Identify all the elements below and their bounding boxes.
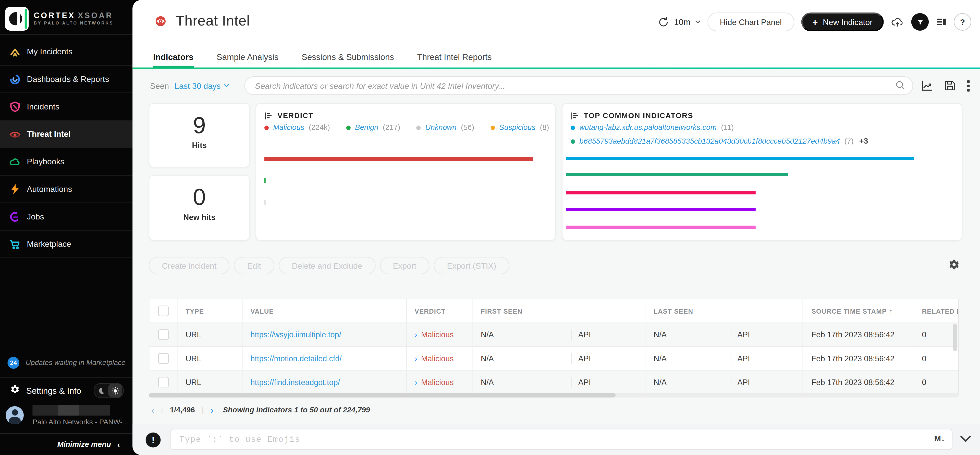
account-row[interactable]: Palo Alto Networks - PANW-... <box>0 404 132 429</box>
indicator-link[interactable]: wutang-labz.xdr.us.paloaltonetworks.com <box>579 123 717 132</box>
minimize-menu[interactable]: Minimize menu ‹ <box>0 433 132 455</box>
row-checkbox[interactable] <box>158 377 169 388</box>
chevrons-up-icon <box>9 45 21 58</box>
more-indicators-badge[interactable]: +3 <box>859 137 868 145</box>
col-last-seen[interactable]: LAST SEEN <box>646 299 803 323</box>
table-settings-gear-icon[interactable] <box>948 259 960 271</box>
markdown-icon[interactable]: M↓ <box>934 434 945 443</box>
col-verdict[interactable]: VERDICT <box>407 299 473 323</box>
alert-exclamation-icon[interactable]: ! <box>146 433 161 448</box>
verdict-badge: Malicious <box>421 378 454 387</box>
hide-chart-panel-button[interactable]: Hide Chart Panel <box>708 13 794 31</box>
dashboard-rings-icon <box>9 73 21 85</box>
help-icon[interactable]: ? <box>954 13 971 30</box>
next-page-icon[interactable]: › <box>210 405 213 415</box>
col-source-time-stamp[interactable]: SOURCE TIME STAMP ↑ <box>803 299 915 323</box>
brand-product: CORTEX <box>34 11 75 20</box>
select-all-checkbox[interactable] <box>158 306 169 317</box>
search-icon[interactable] <box>895 80 906 93</box>
cloud-upload-icon[interactable] <box>891 15 904 29</box>
refresh-interval-dropdown[interactable]: 10m <box>658 16 700 28</box>
collapse-chevron-down-icon[interactable] <box>960 434 971 445</box>
eye-icon <box>9 128 21 140</box>
seen-range-dropdown[interactable]: Last 30 days <box>175 81 229 90</box>
filter-bar: Seen Last 30 days <box>132 68 980 102</box>
sidebar-item-label: Dashboards & Reports <box>27 74 109 84</box>
bar-chart-icon <box>571 111 579 120</box>
save-icon[interactable] <box>944 80 956 92</box>
export-stix-button[interactable]: Export (STIX) <box>434 257 509 275</box>
expand-chevron-icon[interactable]: › <box>415 377 417 387</box>
col-first-seen[interactable]: FIRST SEEN <box>473 299 646 323</box>
pagination: ‹ | 1/4,496 | › Showing indicators 1 to … <box>151 405 370 415</box>
marketplace-updates[interactable]: 24 Updates waiting in Marketplace <box>0 351 132 374</box>
sidebar-item-label: My Incidents <box>27 47 73 56</box>
theme-toggle[interactable] <box>94 383 124 398</box>
new-indicator-button[interactable]: + New Indicator <box>801 13 884 31</box>
delete-exclude-button[interactable]: Delete and Exclude <box>279 257 375 275</box>
tab-indicators[interactable]: Indicators <box>153 52 193 68</box>
table-row[interactable]: URL https://find.insteadgot.top/ ›Malici… <box>149 371 958 394</box>
legend-dot <box>490 125 495 130</box>
table-vertical-scrollbar[interactable] <box>953 324 957 352</box>
brand[interactable]: CORTEXXSOAR BY PALO ALTO NETWORKS <box>0 0 132 32</box>
sidebar-item-threat-intel[interactable]: Threat Intel <box>0 121 132 148</box>
updates-count-badge: 24 <box>7 356 19 369</box>
search-input[interactable] <box>245 76 913 95</box>
row-checkbox[interactable] <box>158 353 169 364</box>
legend-benign[interactable]: Benign <box>355 123 379 132</box>
top-indicator-2: b6855793aebdd821a7f368585335cb132a043d30… <box>571 137 868 145</box>
expand-chevron-icon[interactable]: › <box>415 330 417 339</box>
chevron-down-icon <box>695 20 700 24</box>
sidebar: CORTEXXSOAR BY PALO ALTO NETWORKS My Inc… <box>0 0 132 455</box>
sidebar-item-incidents[interactable]: Incidents <box>0 93 132 121</box>
table-row[interactable]: URL https://motion.detailed.cfd/ ›Malici… <box>149 347 958 371</box>
indicator-value-link[interactable]: https://motion.detailed.cfd/ <box>251 354 342 363</box>
indicator-value-link[interactable]: https://find.insteadgot.top/ <box>251 378 340 387</box>
filter-funnel-icon[interactable] <box>912 13 929 30</box>
export-button[interactable]: Export <box>380 257 430 275</box>
hits-label: Hits <box>149 141 249 150</box>
col-value[interactable]: VALUE <box>243 299 407 323</box>
sidebar-item-marketplace[interactable]: Marketplace <box>0 231 132 258</box>
tab-threat-intel-reports[interactable]: Threat Intel Reports <box>417 52 492 68</box>
create-incident-button[interactable]: Create incident <box>149 257 230 275</box>
bar-chart-icon <box>264 111 272 120</box>
tab-bar: Indicators Sample Analysis Sessions & Su… <box>153 52 492 68</box>
minimize-label: Minimize menu <box>57 440 111 449</box>
user-name-redacted <box>32 405 110 416</box>
sidebar-item-my-incidents[interactable]: My Incidents <box>0 38 132 65</box>
tab-sessions-submissions[interactable]: Sessions & Submissions <box>302 52 394 68</box>
table-horizontal-scrollbar[interactable] <box>149 393 959 397</box>
settings-row[interactable]: Settings & Info <box>0 378 132 403</box>
side-panel-icon[interactable] <box>935 16 947 27</box>
sidebar-item-automations[interactable]: Automations <box>0 175 132 203</box>
expand-chevron-icon[interactable]: › <box>415 354 417 363</box>
sidebar-item-dashboards[interactable]: Dashboards & Reports <box>0 65 132 93</box>
tab-sample-analysis[interactable]: Sample Analysis <box>217 52 279 68</box>
indicator-link[interactable]: b6855793aebdd821a7f368585335cb132a043d30… <box>579 137 840 145</box>
legend-malicious[interactable]: Malicious <box>273 123 304 132</box>
trend-chart-icon[interactable] <box>921 80 933 92</box>
legend-dot <box>417 125 421 130</box>
scrollbar-thumb[interactable] <box>149 393 616 397</box>
sidebar-item-playbooks[interactable]: Playbooks <box>0 148 132 175</box>
col-related-incidents[interactable]: RELATED INC <box>915 299 958 323</box>
shield-icon <box>9 100 21 113</box>
legend-unknown[interactable]: Unknown <box>425 123 457 132</box>
edit-button[interactable]: Edit <box>234 257 274 275</box>
kebab-menu-icon[interactable] <box>967 80 970 92</box>
table-header-row: TYPE VALUE VERDICT FIRST SEEN LAST SEEN … <box>149 299 958 323</box>
divider <box>0 35 132 35</box>
emoji-command-input[interactable] <box>170 429 953 450</box>
indicator-value-link[interactable]: https://wsyjo.iimultiple.top/ <box>251 330 342 339</box>
sidebar-item-jobs[interactable]: Jobs <box>0 203 132 231</box>
chart-panel: 9 Hits 0 New hits VERDICT Malicious (224… <box>149 103 963 242</box>
col-type[interactable]: TYPE <box>178 299 243 323</box>
lightning-icon <box>9 183 21 195</box>
row-checkbox[interactable] <box>158 329 169 340</box>
prev-page-icon[interactable]: ‹ <box>151 405 154 415</box>
table-row[interactable]: URL https://wsyjo.iimultiple.top/ ›Malic… <box>149 323 958 347</box>
chevron-down-icon <box>224 84 229 88</box>
legend-suspicious[interactable]: Suspicious <box>499 123 535 132</box>
